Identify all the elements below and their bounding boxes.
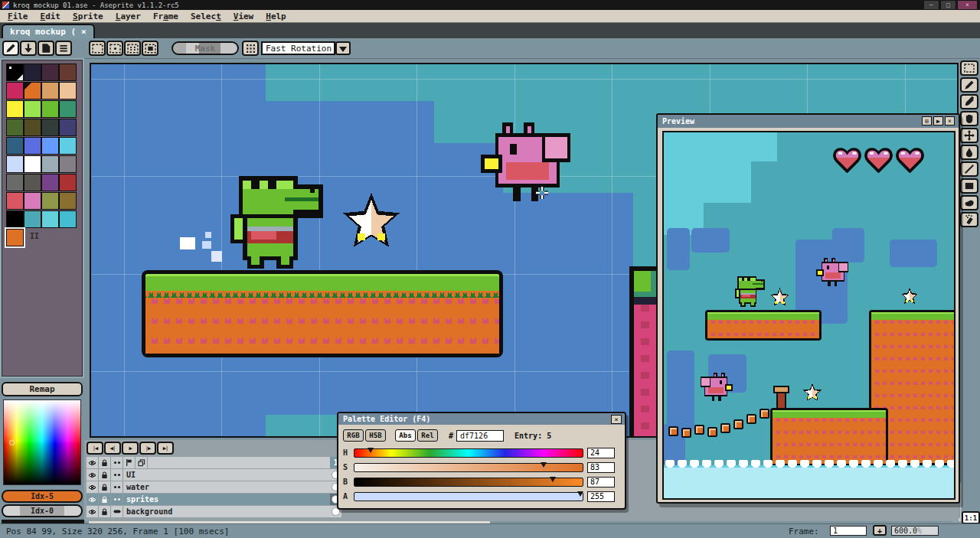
palette-swatch-20[interactable] xyxy=(6,155,24,173)
next-frame-button[interactable]: |▶ xyxy=(139,442,156,455)
palette-swatch-10[interactable] xyxy=(41,100,59,118)
spectrum-marker[interactable] xyxy=(9,440,15,445)
palette-swatch-7[interactable] xyxy=(59,82,77,99)
palette-swatch-8[interactable] xyxy=(6,100,24,118)
lock-icon[interactable] xyxy=(99,457,111,468)
menu-item-view[interactable]: View xyxy=(227,11,260,21)
play-button[interactable]: ▶ xyxy=(122,442,139,455)
palette-swatch-29[interactable] xyxy=(24,192,41,210)
lock-icon[interactable] xyxy=(99,481,111,493)
close-button[interactable]: × xyxy=(958,1,977,9)
menu-item-sprite[interactable]: Sprite xyxy=(67,11,109,21)
preview-title-bar[interactable]: Preview xyxy=(658,115,959,128)
palette-swatch-26[interactable] xyxy=(41,174,59,191)
tool-line-button[interactable] xyxy=(960,161,978,177)
slider-marker[interactable] xyxy=(577,491,583,500)
layer-row-water[interactable]: water xyxy=(87,481,341,493)
layer-row-UI[interactable]: UI xyxy=(87,469,341,481)
palette-swatch-2[interactable] xyxy=(41,64,59,81)
slider-marker[interactable] xyxy=(541,462,547,471)
tool-eyedropper-button[interactable] xyxy=(960,94,978,109)
frame-input[interactable]: 1 xyxy=(830,526,867,536)
mode-button-rgb[interactable]: RGB xyxy=(343,429,364,442)
hex-input[interactable]: df7126 xyxy=(456,430,504,442)
menu-item-edit[interactable]: Edit xyxy=(34,11,67,21)
palette-swatch-14[interactable] xyxy=(41,119,59,136)
color-spectrum[interactable] xyxy=(3,399,81,485)
palette-swatch-28[interactable] xyxy=(6,192,24,210)
link-icon[interactable] xyxy=(111,494,123,505)
palette-swatch-5[interactable] xyxy=(24,82,41,99)
menu-item-frame[interactable]: Frame xyxy=(147,11,185,21)
eye-icon[interactable] xyxy=(87,481,99,493)
palette-swatch-1[interactable] xyxy=(24,64,41,81)
close-icon[interactable]: × xyxy=(945,116,955,126)
dialog-close-button[interactable]: × xyxy=(611,415,622,424)
palette-swatch-21[interactable] xyxy=(24,155,41,173)
selection-button-marquee-dot[interactable] xyxy=(106,41,123,56)
background-color-button[interactable]: Idx-0 xyxy=(2,504,83,517)
tab-close-icon[interactable]: × xyxy=(81,27,87,37)
slider-track-a[interactable] xyxy=(354,492,583,501)
palette-swatch-6[interactable] xyxy=(41,82,59,99)
tool-hand-button[interactable] xyxy=(960,111,978,126)
selection-button-marquee-filled[interactable] xyxy=(142,41,158,56)
link-icon[interactable] xyxy=(111,457,123,468)
menu-item-select[interactable]: Select xyxy=(185,11,227,21)
rotation-algorithm-select[interactable]: Fast Rotation xyxy=(261,41,335,55)
foreground-color-button[interactable]: Idx-5 xyxy=(2,490,83,503)
link-icon[interactable] xyxy=(111,481,123,493)
palette-swatch-25[interactable] xyxy=(24,174,41,191)
palette-swatch-3[interactable] xyxy=(59,64,77,81)
prev-frame-button[interactable]: ◀| xyxy=(104,442,121,455)
selection-button-marquee[interactable] xyxy=(89,41,106,56)
slider-value-input[interactable]: 24 xyxy=(587,448,615,458)
slider-track-s[interactable] xyxy=(354,463,583,472)
eye-icon[interactable] xyxy=(87,494,99,505)
lock-icon[interactable] xyxy=(99,494,111,505)
zoom-input[interactable]: 600.0% xyxy=(891,526,939,536)
slider-track-h[interactable] xyxy=(354,448,583,458)
palette-swatch-0[interactable] xyxy=(6,64,24,81)
slider-marker[interactable] xyxy=(550,477,556,485)
play-icon[interactable]: ▶ xyxy=(933,116,943,126)
preview-canvas[interactable] xyxy=(662,131,956,500)
tool-rectangle-button[interactable] xyxy=(960,178,978,194)
tool-button-paper[interactable] xyxy=(38,41,54,56)
menu-item-help[interactable]: Help xyxy=(260,11,292,21)
layer-row-sprites[interactable]: sprites xyxy=(87,494,341,505)
tool-marquee-button[interactable] xyxy=(960,60,978,76)
palette-swatch-30[interactable] xyxy=(41,192,59,210)
mode-button-hsb[interactable]: HSB xyxy=(365,429,386,442)
lock-icon[interactable] xyxy=(99,506,111,517)
palette-swatch-17[interactable] xyxy=(24,137,41,155)
eye-icon[interactable] xyxy=(87,469,99,481)
eye-icon[interactable] xyxy=(87,506,99,517)
palette-swatch-34[interactable] xyxy=(41,210,59,228)
copy-icon[interactable] xyxy=(136,457,148,468)
grid-settings-button[interactable] xyxy=(242,41,259,56)
maximize-button[interactable]: □ xyxy=(941,1,956,9)
menu-item-layer[interactable]: Layer xyxy=(109,11,147,21)
slider-track-b[interactable] xyxy=(354,478,583,487)
palette-swatch-31[interactable] xyxy=(59,192,77,210)
palette-swatch-13[interactable] xyxy=(24,119,41,136)
palette-swatch-27[interactable] xyxy=(59,174,77,191)
remap-button[interactable]: Remap xyxy=(2,382,83,396)
tool-bucket-button[interactable] xyxy=(960,145,978,160)
mask-slider[interactable]: Mask xyxy=(172,41,239,55)
palette-swatch-22[interactable] xyxy=(41,155,59,173)
slider-value-input[interactable]: 83 xyxy=(587,462,615,473)
mode-button-abs[interactable]: Abs xyxy=(395,429,416,442)
minimize-button[interactable]: – xyxy=(924,1,939,9)
detach-icon[interactable]: ⊞ xyxy=(922,116,932,126)
dialog-title-bar[interactable]: Palette Editor (F4) xyxy=(338,413,625,425)
add-frame-button[interactable]: + xyxy=(873,525,887,536)
link-icon[interactable] xyxy=(111,469,123,481)
first-frame-button[interactable]: |◀ xyxy=(87,442,103,455)
flag-icon[interactable] xyxy=(123,457,136,468)
palette-swatch-18[interactable] xyxy=(41,137,59,155)
tool-contour-button[interactable] xyxy=(960,195,978,210)
palette-swatch-12[interactable] xyxy=(6,119,24,136)
palette-swatch-33[interactable] xyxy=(24,210,41,228)
